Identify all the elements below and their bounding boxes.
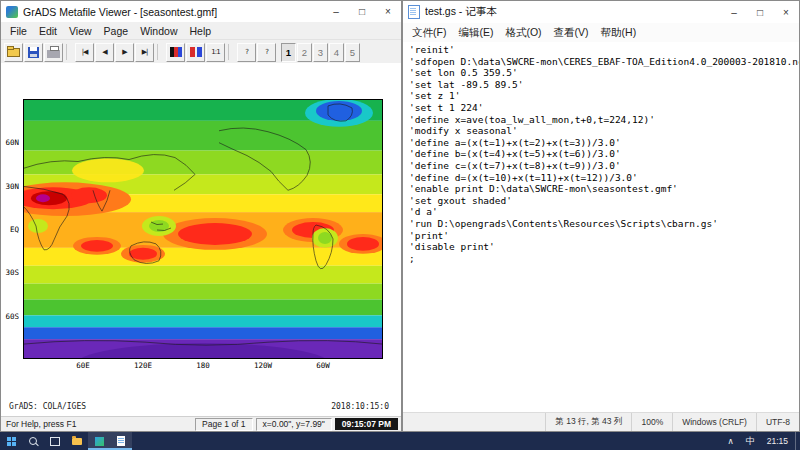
next-page-button[interactable]: ▶ — [115, 43, 134, 62]
start-button[interactable] — [0, 432, 22, 450]
menu-item[interactable]: 格式(O) — [499, 26, 547, 40]
y-tick-label: 30S — [5, 268, 19, 277]
script-line: 'define x=ave(toa_lw_all_mon,t+0,t=224,1… — [409, 114, 799, 126]
map-plot-area: 60N30NEQ30S60S 60E120E180120W60W — [23, 99, 383, 359]
menu-item[interactable]: 帮助(H) — [595, 26, 643, 40]
actual-size-button[interactable]: 1:1 — [206, 43, 225, 62]
menu-item[interactable]: 查看(V) — [548, 26, 595, 40]
toolbar-separator — [157, 44, 163, 60]
task-view-button[interactable] — [44, 432, 66, 450]
grads-statusbar: For Help, press F1 Page 1 of 1 x=0.00", … — [1, 416, 401, 431]
status-cursor-coords: x=0.00", y=7.99" — [256, 418, 332, 431]
show-desktop-button[interactable] — [795, 432, 800, 450]
last-page-button-icon: ▶| — [142, 48, 148, 56]
script-line: 'enable print D:\data\SWCRE-mon\seasonte… — [409, 183, 799, 195]
page-button-1[interactable]: 1 — [281, 43, 296, 62]
context-help-button-icon: ? — [265, 48, 268, 56]
menu-item[interactable]: View — [63, 25, 98, 37]
script-line: 'sdfopen D:\data\SWCRE-mon\CERES_EBAF-TO… — [409, 56, 799, 68]
animate-button[interactable] — [186, 43, 205, 62]
prev-page-button[interactable]: ◀ — [95, 43, 114, 62]
grads-toolbar-row: |◀◀▶▶|1:1?? 12345 — [1, 40, 401, 65]
taskbar-grads-app[interactable] — [88, 432, 110, 450]
status-page-indicator: Page 1 of 1 — [195, 418, 252, 431]
last-page-button[interactable]: ▶| — [135, 43, 154, 62]
page-button-5[interactable]: 5 — [345, 43, 360, 62]
color-mode-button[interactable] — [166, 43, 185, 62]
grads-app-icon — [95, 437, 104, 446]
menu-item[interactable]: Edit — [33, 25, 63, 37]
close-button[interactable]: × — [773, 1, 799, 23]
script-line: 'set t 1 224' — [409, 102, 799, 114]
script-line: 'set z 1' — [409, 90, 799, 102]
menu-item[interactable]: 文件(F) — [406, 26, 452, 40]
file-explorer-button[interactable] — [66, 432, 88, 450]
context-help-button[interactable]: ? — [257, 43, 276, 62]
close-button[interactable]: × — [375, 1, 401, 22]
task-view-icon — [50, 437, 60, 446]
status-cursor-position: 第 13 行, 第 43 列 — [545, 413, 631, 431]
color-mode-button-icon — [170, 47, 182, 57]
script-line: 'disable print' — [409, 241, 799, 253]
open-button[interactable] — [4, 43, 23, 62]
taskbar: ∧ 中 21:15 — [0, 432, 800, 450]
maximize-button[interactable]: □ — [349, 1, 375, 22]
taskbar-notepad-app[interactable] — [110, 432, 132, 450]
tray-chevron-icon[interactable]: ∧ — [722, 432, 738, 450]
save-button[interactable] — [24, 43, 43, 62]
taskbar-left — [0, 432, 132, 450]
script-line: 'run D:\opengrads\Contents\Resources\Scr… — [409, 218, 799, 230]
next-page-button-icon: ▶ — [122, 48, 126, 56]
notepad-text-area[interactable]: 'reinit''sdfopen D:\data\SWCRE-mon\CERES… — [403, 42, 799, 413]
menu-item[interactable]: Window — [134, 25, 183, 37]
menu-item[interactable]: Page — [98, 25, 135, 37]
menu-item[interactable]: 编辑(E) — [452, 26, 499, 40]
notepad-titlebar[interactable]: test.gs - 记事本 – □ × — [403, 1, 799, 23]
search-button[interactable] — [22, 432, 44, 450]
toolbar-separator — [228, 44, 234, 60]
shaded-contour-map — [23, 99, 383, 359]
grads-page-buttons: 12345 — [281, 43, 360, 62]
page-button-3[interactable]: 3 — [313, 43, 328, 62]
grads-window-controls: – □ × — [323, 1, 401, 22]
help-button[interactable]: ? — [237, 43, 256, 62]
menu-item[interactable]: Help — [183, 25, 217, 37]
first-page-button-icon: |◀ — [82, 48, 88, 56]
x-tick-label: 120E — [134, 361, 152, 370]
status-encoding: UTF-8 — [756, 413, 799, 431]
minimize-button[interactable]: – — [721, 1, 747, 23]
x-tick-label: 120W — [254, 361, 272, 370]
animate-button-icon — [190, 47, 202, 57]
notepad-statusbar: 第 13 行, 第 43 列 100% Windows (CRLF) UTF-8 — [403, 412, 799, 431]
first-page-button[interactable]: |◀ — [75, 43, 94, 62]
prev-page-button-icon: ◀ — [102, 48, 106, 56]
status-zoom-level[interactable]: 100% — [631, 413, 672, 431]
x-tick-label: 60E — [76, 361, 90, 370]
menu-item[interactable]: File — [4, 25, 33, 37]
script-line: 'define b=(x(t=4)+x(t=5)+x(t=6))/3.0' — [409, 148, 799, 160]
script-line: 'define a=(x(t=1)+x(t=2)+x(t=3))/3.0' — [409, 137, 799, 149]
script-line: 'set gxout shaded' — [409, 195, 799, 207]
open-button-icon — [7, 48, 20, 57]
y-tick-label: EQ — [10, 225, 19, 234]
grads-canvas: 60N30NEQ30S60S 60E120E180120W60W GrADS: … — [1, 63, 401, 416]
taskbar-clock[interactable]: 21:15 — [762, 432, 793, 450]
toolbar-separator — [66, 44, 72, 60]
page-button-4[interactable]: 4 — [329, 43, 344, 62]
windows-logo-icon — [7, 437, 16, 446]
save-button-icon — [28, 47, 39, 58]
grads-titlebar[interactable]: GrADS Metafile Viewer - [seasontest.gmf]… — [1, 1, 401, 22]
ime-indicator[interactable]: 中 — [741, 432, 760, 450]
x-axis-labels: 60E120E180120W60W — [23, 359, 383, 371]
status-clock: 09:15:07 PM — [335, 418, 398, 430]
y-tick-label: 60N — [5, 138, 19, 147]
script-line: 'd a' — [409, 206, 799, 218]
script-line: 'set lon 0.5 359.5' — [409, 67, 799, 79]
search-icon — [29, 437, 37, 445]
script-line: 'reinit' — [409, 44, 799, 56]
maximize-button[interactable]: □ — [747, 1, 773, 23]
print-button[interactable] — [44, 43, 63, 62]
page-button-2[interactable]: 2 — [297, 43, 312, 62]
minimize-button[interactable]: – — [323, 1, 349, 22]
grads-toolbar: |◀◀▶▶|1:1?? — [4, 43, 276, 62]
